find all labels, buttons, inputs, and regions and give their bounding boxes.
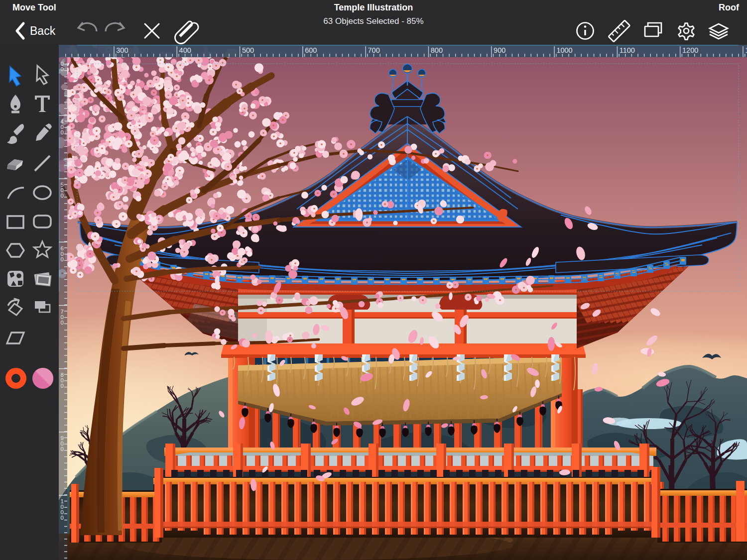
svg-text:0: 0 — [61, 66, 64, 72]
svg-text:800: 800 — [431, 46, 443, 54]
svg-text:600: 600 — [305, 46, 317, 54]
svg-text:0: 0 — [61, 515, 64, 521]
svg-text:500: 500 — [242, 46, 254, 54]
svg-text:0: 0 — [61, 129, 64, 135]
svg-text:0: 0 — [61, 256, 64, 262]
svg-text:700: 700 — [368, 46, 380, 54]
svg-text:0: 0 — [61, 383, 64, 389]
svg-text:1300: 1300 — [745, 46, 747, 54]
svg-text:0: 0 — [61, 193, 64, 199]
svg-text:1200: 1200 — [682, 46, 698, 54]
svg-text:400: 400 — [179, 46, 191, 54]
svg-text:Back: Back — [30, 24, 56, 37]
svg-text:300: 300 — [116, 46, 128, 54]
svg-text:900: 900 — [494, 46, 505, 54]
svg-text:0: 0 — [61, 320, 64, 326]
svg-text:0: 0 — [61, 446, 64, 452]
svg-text:1000: 1000 — [556, 46, 572, 54]
svg-text:1100: 1100 — [620, 46, 635, 54]
